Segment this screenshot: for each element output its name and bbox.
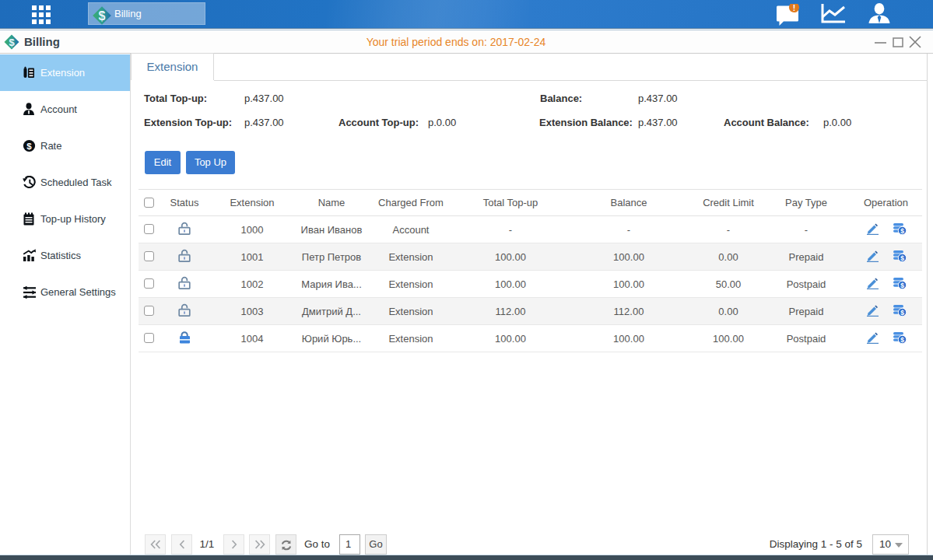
svg-text:$: $: [99, 9, 106, 22]
svg-text:!: !: [793, 4, 796, 12]
svg-text:$: $: [26, 142, 32, 151]
